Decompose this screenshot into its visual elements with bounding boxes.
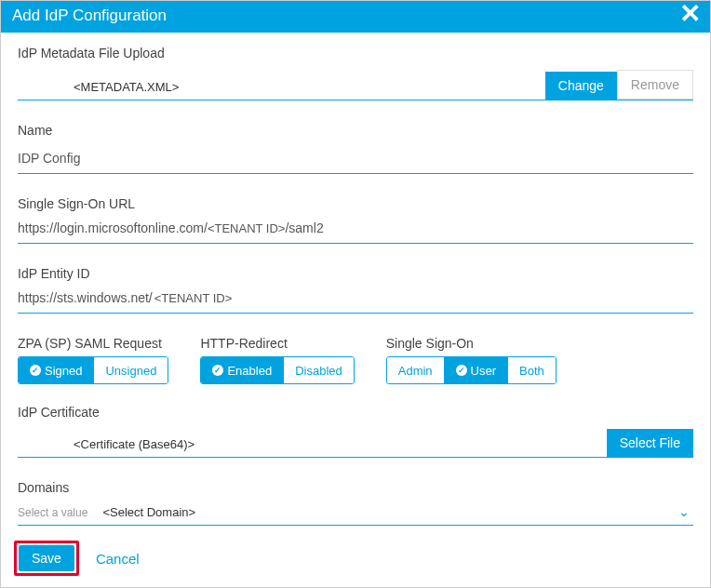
sso-user-option[interactable]: User	[445, 357, 508, 383]
metadata-label: IdP Metadata File Upload	[18, 46, 693, 60]
domains-value: <Select Domain>	[102, 505, 678, 519]
sso-url-section: Single Sign-On URL https://login.microso…	[18, 196, 693, 244]
select-file-button[interactable]: Select File	[607, 429, 693, 457]
http-redirect-toggle: Enabled Disabled	[200, 356, 354, 384]
entity-id-prefix: https://sts.windows.net/	[18, 290, 154, 305]
domains-select[interactable]: Select a value <Select Domain> ⌄	[18, 504, 693, 526]
name-section: Name	[18, 123, 693, 174]
certificate-row: <Certificate (Base64)> Select File	[18, 429, 693, 458]
save-button[interactable]: Save	[19, 545, 74, 571]
chevron-down-icon: ⌄	[678, 504, 693, 519]
saml-request-group: ZPA (SP) SAML Request Signed Unsigned	[18, 336, 168, 384]
sso-url-prefix: https://login.microsoftonline.com/	[18, 220, 208, 235]
saml-request-label: ZPA (SP) SAML Request	[18, 336, 168, 351]
remove-button[interactable]: Remove	[617, 70, 693, 100]
domains-section: Domains Select a value <Select Domain> ⌄	[18, 480, 693, 526]
sso-url-label: Single Sign-On URL	[18, 196, 693, 211]
metadata-placeholder: <METADATA.XML>	[18, 74, 545, 100]
modal-body: IdP Metadata File Upload <METADATA.XML> …	[1, 33, 710, 535]
saml-signed-option[interactable]: Signed	[19, 357, 94, 383]
entity-id-label: IdP Entity ID	[18, 266, 693, 281]
name-label: Name	[18, 123, 693, 138]
certificate-section: IdP Certificate <Certificate (Base64)> S…	[18, 405, 693, 458]
metadata-file-row: <METADATA.XML> Change Remove	[18, 70, 693, 100]
save-highlight: Save	[14, 541, 79, 576]
certificate-label: IdP Certificate	[18, 405, 693, 420]
entity-id-section: IdP Entity ID https://sts.windows.net/ <…	[18, 266, 693, 314]
entity-id-token: <TENANT ID>	[154, 290, 233, 305]
sso-admin-option[interactable]: Admin	[387, 357, 445, 383]
sso-toggle-label: Single Sign-On	[386, 336, 557, 351]
toggle-row: ZPA (SP) SAML Request Signed Unsigned HT…	[18, 336, 693, 384]
http-redirect-group: HTTP-Redirect Enabled Disabled	[200, 336, 354, 384]
domains-label: Domains	[18, 480, 693, 495]
modal-header: Add IdP Configuration ✕	[1, 1, 710, 33]
http-redirect-label: HTTP-Redirect	[200, 336, 354, 351]
change-button[interactable]: Change	[545, 72, 617, 100]
sso-group: Single Sign-On Admin User Both	[386, 336, 557, 384]
http-enabled-option[interactable]: Enabled	[201, 357, 284, 383]
modal-footer: Save Cancel	[1, 535, 710, 587]
name-input[interactable]	[18, 147, 693, 174]
domains-hint: Select a value	[18, 506, 87, 519]
idp-config-modal: Add IdP Configuration ✕ IdP Metadata Fil…	[0, 0, 711, 588]
sso-url-value: https://login.microsoftonline.com/ <TENA…	[18, 220, 693, 244]
saml-unsigned-option[interactable]: Unsigned	[94, 357, 168, 383]
cancel-link[interactable]: Cancel	[96, 551, 140, 567]
entity-id-value: https://sts.windows.net/ <TENANT ID>	[18, 290, 693, 314]
sso-toggle: Admin User Both	[386, 356, 557, 384]
certificate-placeholder: <Certificate (Base64)>	[18, 432, 607, 457]
sso-url-suffix: /saml2	[285, 220, 323, 235]
metadata-section: IdP Metadata File Upload <METADATA.XML> …	[18, 46, 693, 100]
close-icon[interactable]: ✕	[679, 0, 701, 29]
saml-request-toggle: Signed Unsigned	[18, 356, 168, 384]
http-disabled-option[interactable]: Disabled	[284, 357, 354, 383]
sso-both-option[interactable]: Both	[508, 357, 556, 383]
sso-url-token: <TENANT ID>	[208, 220, 286, 235]
modal-title: Add IdP Configuration	[12, 7, 167, 25]
